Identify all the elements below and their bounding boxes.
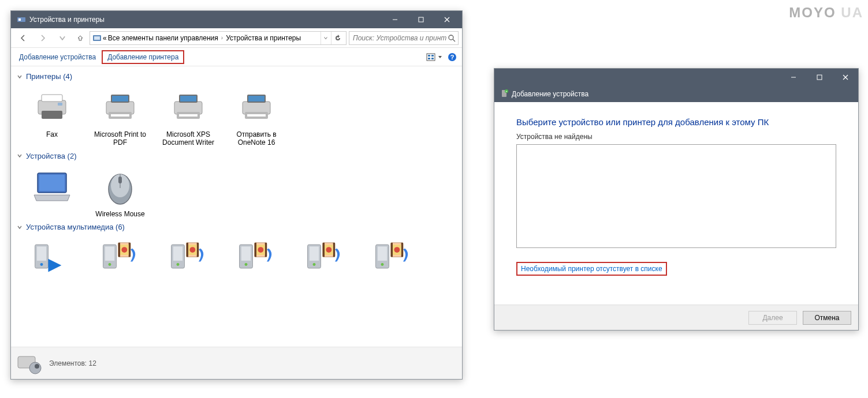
next-button[interactable]: Далее xyxy=(748,311,797,325)
maximize-button[interactable] xyxy=(806,69,832,86)
printer-icon xyxy=(167,87,209,128)
svg-rect-66 xyxy=(255,243,256,257)
svg-rect-63 xyxy=(241,247,251,261)
breadcrumb-segment[interactable]: Устройства и принтеры xyxy=(226,34,301,42)
device-media-server[interactable] xyxy=(225,235,288,291)
media-device-icon xyxy=(372,237,413,279)
watermark-logo: MOYO UA xyxy=(789,5,863,21)
device-laptop[interactable] xyxy=(20,164,84,220)
svg-rect-23 xyxy=(112,96,128,102)
group-header-devices[interactable]: Устройства (2) xyxy=(17,152,456,160)
svg-rect-82 xyxy=(391,243,393,257)
svg-point-80 xyxy=(381,263,384,266)
device-media-server[interactable] xyxy=(293,235,356,291)
status-bar: Элементов: 12 xyxy=(11,347,462,379)
missing-printer-highlight: Необходимый принтер отсутствует в списке xyxy=(516,262,667,276)
svg-rect-43 xyxy=(37,247,46,261)
svg-rect-19 xyxy=(42,111,62,119)
device-listbox[interactable] xyxy=(516,144,836,248)
svg-point-87 xyxy=(29,362,41,374)
address-dropdown[interactable] xyxy=(321,32,330,44)
media-device-icon xyxy=(99,237,141,279)
device-media-server[interactable] xyxy=(361,235,424,291)
forward-button[interactable] xyxy=(34,30,51,46)
svg-rect-30 xyxy=(179,114,198,117)
svg-rect-1 xyxy=(18,18,21,21)
media-device-icon xyxy=(167,237,209,279)
breadcrumb-overflow[interactable]: « xyxy=(103,34,107,42)
devices-row: Wireless Mouse xyxy=(20,164,456,220)
svg-rect-74 xyxy=(323,243,325,257)
svg-point-53 xyxy=(121,247,127,253)
refresh-button[interactable] xyxy=(331,32,344,44)
wizard-icon: + xyxy=(500,89,508,99)
breadcrumb-segment[interactable]: Все элементы панели управления xyxy=(108,34,218,42)
close-button[interactable] xyxy=(832,69,858,86)
device-media-server[interactable] xyxy=(88,235,152,291)
svg-point-64 xyxy=(245,263,248,266)
svg-point-69 xyxy=(258,247,263,253)
svg-rect-75 xyxy=(333,243,335,257)
address-bar[interactable]: « Все элементы панели управления › Устро… xyxy=(90,31,347,45)
svg-text:+: + xyxy=(506,89,508,93)
device-printer-pdf[interactable]: Microsoft Print to PDF xyxy=(88,84,152,149)
device-mouse[interactable]: Wireless Mouse xyxy=(88,164,152,220)
svg-point-85 xyxy=(394,247,400,253)
chevron-down-icon xyxy=(17,224,23,230)
svg-rect-55 xyxy=(173,247,182,261)
svg-rect-18 xyxy=(42,95,62,102)
view-options-dropdown[interactable] xyxy=(424,52,445,62)
search-input[interactable] xyxy=(352,33,448,43)
device-media-server[interactable] xyxy=(157,235,220,291)
svg-point-77 xyxy=(326,247,331,253)
maximize-button[interactable] xyxy=(408,11,434,28)
svg-point-72 xyxy=(313,263,316,266)
group-header-printers[interactable]: Принтеры (4) xyxy=(17,72,456,81)
back-button[interactable] xyxy=(14,30,32,46)
device-printer-onenote[interactable]: Отправить в OneNote 16 xyxy=(225,84,288,149)
group-header-multimedia[interactable]: Устройства мультимедиа (6) xyxy=(17,223,456,231)
search-box[interactable] xyxy=(349,31,459,45)
svg-rect-41 xyxy=(118,177,122,183)
help-button[interactable]: ? xyxy=(446,51,459,63)
wizard-title: Добавление устройства xyxy=(512,90,588,98)
svg-point-56 xyxy=(177,263,180,266)
svg-rect-3 xyxy=(419,17,423,22)
chevron-down-icon xyxy=(17,74,23,80)
content-area[interactable]: Принтеры (4) Fax xyxy=(11,66,462,347)
search-icon[interactable] xyxy=(448,34,456,42)
minimize-button[interactable] xyxy=(780,69,806,86)
up-button[interactable] xyxy=(73,30,87,46)
svg-rect-58 xyxy=(187,243,188,257)
minimize-button[interactable] xyxy=(382,11,408,28)
navigation-bar: « Все элементы панели управления › Устро… xyxy=(11,28,462,48)
titlebar[interactable]: Устройства и принтеры xyxy=(11,11,462,28)
status-thumbnail-icon xyxy=(16,352,43,375)
wizard-titlebar[interactable] xyxy=(494,69,858,86)
svg-rect-20 xyxy=(58,103,62,106)
recent-dropdown[interactable] xyxy=(54,30,71,46)
svg-rect-7 xyxy=(94,36,100,40)
fax-icon xyxy=(31,87,73,128)
device-printer-fax[interactable]: Fax xyxy=(20,84,84,149)
svg-rect-25 xyxy=(111,114,129,117)
svg-rect-67 xyxy=(265,243,267,257)
svg-line-9 xyxy=(453,39,455,42)
add-printer-button[interactable]: Добавление принтера xyxy=(102,50,184,64)
missing-printer-link[interactable]: Необходимый принтер отсутствует в списке xyxy=(521,265,662,273)
add-device-wizard-window: + Добавление устройства Выберите устройс… xyxy=(494,68,859,331)
close-button[interactable] xyxy=(434,11,460,28)
device-media-server[interactable] xyxy=(20,235,84,291)
cancel-button[interactable]: Отмена xyxy=(803,311,851,325)
add-device-button[interactable]: Добавление устройства xyxy=(14,51,100,63)
status-text: Элементов: 12 xyxy=(49,359,96,367)
device-printer-xps[interactable]: Microsoft XPS Document Writer xyxy=(157,84,220,149)
svg-rect-90 xyxy=(817,75,822,80)
wizard-footer: Далее Отмена xyxy=(494,305,858,330)
chevron-down-icon xyxy=(17,153,23,159)
svg-rect-33 xyxy=(248,96,265,102)
svg-point-61 xyxy=(189,247,195,253)
window-icon xyxy=(17,15,26,24)
wizard-subtext: Устройства не найдены xyxy=(516,133,836,141)
media-device-icon xyxy=(304,237,345,279)
